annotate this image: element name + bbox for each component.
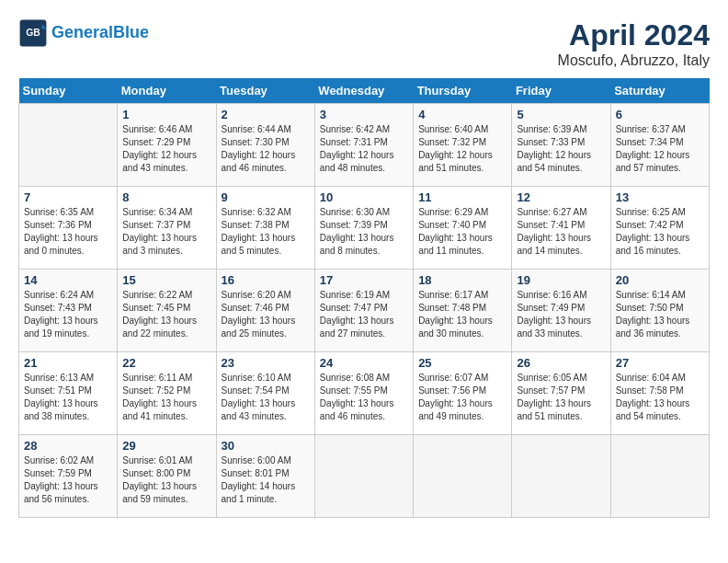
day-info: Sunrise: 6:08 AM Sunset: 7:55 PM Dayligh… [320, 372, 408, 423]
day-info: Sunrise: 6:40 AM Sunset: 7:32 PM Dayligh… [418, 123, 506, 175]
day-info: Sunrise: 6:04 AM Sunset: 7:58 PM Dayligh… [616, 372, 704, 423]
calendar-cell: 23Sunrise: 6:10 AM Sunset: 7:54 PM Dayli… [216, 352, 314, 435]
day-info: Sunrise: 6:22 AM Sunset: 7:45 PM Dayligh… [122, 289, 210, 340]
calendar-cell [512, 435, 610, 518]
day-number: 12 [517, 190, 605, 204]
calendar-cell: 30Sunrise: 6:00 AM Sunset: 8:01 PM Dayli… [216, 435, 314, 518]
calendar-week-4: 21Sunrise: 6:13 AM Sunset: 7:51 PM Dayli… [19, 352, 710, 435]
calendar-header-monday: Monday [118, 78, 216, 104]
calendar-cell: 19Sunrise: 6:16 AM Sunset: 7:49 PM Dayli… [512, 270, 610, 352]
day-info: Sunrise: 6:32 AM Sunset: 7:38 PM Dayligh… [222, 206, 310, 258]
calendar-header-friday: Friday [512, 78, 610, 104]
title-block: April 2024 Moscufo, Abruzzo, Italy [558, 18, 710, 69]
calendar-cell [414, 435, 512, 518]
day-info: Sunrise: 6:05 AM Sunset: 7:57 PM Dayligh… [517, 372, 605, 423]
day-info: Sunrise: 6:24 AM Sunset: 7:43 PM Dayligh… [24, 289, 112, 340]
day-info: Sunrise: 6:34 AM Sunset: 7:37 PM Dayligh… [122, 206, 210, 258]
calendar-table: SundayMondayTuesdayWednesdayThursdayFrid… [18, 78, 710, 518]
day-info: Sunrise: 6:39 AM Sunset: 7:33 PM Dayligh… [517, 123, 605, 175]
calendar-week-1: 1Sunrise: 6:46 AM Sunset: 7:29 PM Daylig… [19, 104, 710, 187]
day-info: Sunrise: 6:46 AM Sunset: 7:29 PM Dayligh… [122, 123, 210, 175]
day-info: Sunrise: 6:00 AM Sunset: 8:01 PM Dayligh… [222, 454, 310, 506]
day-info: Sunrise: 6:13 AM Sunset: 7:51 PM Dayligh… [24, 372, 112, 423]
day-info: Sunrise: 6:20 AM Sunset: 7:46 PM Dayligh… [222, 289, 310, 340]
day-number: 23 [222, 356, 310, 370]
logo-icon: GB [18, 18, 48, 48]
calendar-header-row: SundayMondayTuesdayWednesdayThursdayFrid… [19, 78, 710, 104]
day-number: 4 [418, 108, 506, 121]
day-info: Sunrise: 6:27 AM Sunset: 7:41 PM Dayligh… [517, 206, 605, 258]
calendar-header-saturday: Saturday [610, 78, 709, 104]
day-number: 25 [418, 356, 506, 370]
day-number: 27 [616, 356, 704, 370]
subtitle: Moscufo, Abruzzo, Italy [558, 52, 710, 69]
calendar-cell [19, 104, 118, 187]
day-number: 1 [122, 108, 210, 121]
day-number: 24 [320, 356, 408, 370]
day-info: Sunrise: 6:25 AM Sunset: 7:42 PM Dayligh… [616, 206, 704, 258]
calendar-cell: 12Sunrise: 6:27 AM Sunset: 7:41 PM Dayli… [512, 187, 610, 270]
calendar-cell: 9Sunrise: 6:32 AM Sunset: 7:38 PM Daylig… [216, 187, 314, 270]
calendar-week-5: 28Sunrise: 6:02 AM Sunset: 7:59 PM Dayli… [19, 435, 710, 518]
calendar-body: 1Sunrise: 6:46 AM Sunset: 7:29 PM Daylig… [19, 104, 710, 518]
calendar-header-thursday: Thursday [414, 78, 512, 104]
calendar-cell: 1Sunrise: 6:46 AM Sunset: 7:29 PM Daylig… [118, 104, 216, 187]
day-info: Sunrise: 6:30 AM Sunset: 7:39 PM Dayligh… [320, 206, 408, 258]
day-number: 30 [222, 439, 310, 453]
calendar-cell: 8Sunrise: 6:34 AM Sunset: 7:37 PM Daylig… [118, 187, 216, 270]
day-number: 20 [616, 273, 704, 287]
calendar-cell: 2Sunrise: 6:44 AM Sunset: 7:30 PM Daylig… [216, 104, 314, 187]
calendar-cell: 13Sunrise: 6:25 AM Sunset: 7:42 PM Dayli… [610, 187, 709, 270]
day-number: 14 [24, 273, 112, 287]
calendar-cell: 4Sunrise: 6:40 AM Sunset: 7:32 PM Daylig… [414, 104, 512, 187]
page-header: GB GeneralBlue April 2024 Moscufo, Abruz… [18, 18, 710, 69]
day-number: 7 [24, 190, 112, 204]
calendar-cell [610, 435, 709, 518]
calendar-header-tuesday: Tuesday [216, 78, 314, 104]
day-number: 16 [222, 273, 310, 287]
calendar-cell: 10Sunrise: 6:30 AM Sunset: 7:39 PM Dayli… [314, 187, 413, 270]
day-number: 28 [24, 439, 112, 453]
day-number: 29 [122, 439, 210, 453]
day-info: Sunrise: 6:11 AM Sunset: 7:52 PM Dayligh… [122, 372, 210, 423]
day-number: 5 [517, 108, 605, 121]
calendar-cell: 17Sunrise: 6:19 AM Sunset: 7:47 PM Dayli… [314, 270, 413, 352]
calendar-cell: 28Sunrise: 6:02 AM Sunset: 7:59 PM Dayli… [19, 435, 118, 518]
calendar-cell: 5Sunrise: 6:39 AM Sunset: 7:33 PM Daylig… [512, 104, 610, 187]
calendar-week-2: 7Sunrise: 6:35 AM Sunset: 7:36 PM Daylig… [19, 187, 710, 270]
calendar-cell: 29Sunrise: 6:01 AM Sunset: 8:00 PM Dayli… [118, 435, 216, 518]
day-number: 11 [418, 190, 506, 204]
day-info: Sunrise: 6:29 AM Sunset: 7:40 PM Dayligh… [418, 206, 506, 258]
day-info: Sunrise: 6:35 AM Sunset: 7:36 PM Dayligh… [24, 206, 112, 258]
calendar-cell: 6Sunrise: 6:37 AM Sunset: 7:34 PM Daylig… [610, 104, 709, 187]
calendar-week-3: 14Sunrise: 6:24 AM Sunset: 7:43 PM Dayli… [19, 270, 710, 352]
calendar-cell: 27Sunrise: 6:04 AM Sunset: 7:58 PM Dayli… [610, 352, 709, 435]
calendar-cell: 11Sunrise: 6:29 AM Sunset: 7:40 PM Dayli… [414, 187, 512, 270]
calendar-cell: 25Sunrise: 6:07 AM Sunset: 7:56 PM Dayli… [414, 352, 512, 435]
calendar-header-sunday: Sunday [19, 78, 118, 104]
calendar-cell: 18Sunrise: 6:17 AM Sunset: 7:48 PM Dayli… [414, 270, 512, 352]
day-info: Sunrise: 6:01 AM Sunset: 8:00 PM Dayligh… [122, 454, 210, 506]
day-number: 17 [320, 273, 408, 287]
calendar-cell: 15Sunrise: 6:22 AM Sunset: 7:45 PM Dayli… [118, 270, 216, 352]
day-number: 8 [122, 190, 210, 204]
day-number: 18 [418, 273, 506, 287]
calendar-cell: 24Sunrise: 6:08 AM Sunset: 7:55 PM Dayli… [314, 352, 413, 435]
svg-text:GB: GB [26, 28, 40, 38]
day-info: Sunrise: 6:02 AM Sunset: 7:59 PM Dayligh… [24, 454, 112, 506]
calendar-cell: 20Sunrise: 6:14 AM Sunset: 7:50 PM Dayli… [610, 270, 709, 352]
day-info: Sunrise: 6:37 AM Sunset: 7:34 PM Dayligh… [616, 123, 704, 175]
calendar-cell: 14Sunrise: 6:24 AM Sunset: 7:43 PM Dayli… [19, 270, 118, 352]
day-number: 26 [517, 356, 605, 370]
day-number: 15 [122, 273, 210, 287]
day-number: 6 [616, 108, 704, 121]
day-number: 9 [222, 190, 310, 204]
calendar-cell: 3Sunrise: 6:42 AM Sunset: 7:31 PM Daylig… [314, 104, 413, 187]
day-number: 3 [320, 108, 408, 121]
calendar-header-wednesday: Wednesday [314, 78, 413, 104]
day-number: 10 [320, 190, 408, 204]
day-info: Sunrise: 6:42 AM Sunset: 7:31 PM Dayligh… [320, 123, 408, 175]
calendar-cell: 7Sunrise: 6:35 AM Sunset: 7:36 PM Daylig… [19, 187, 118, 270]
day-number: 13 [616, 190, 704, 204]
day-info: Sunrise: 6:14 AM Sunset: 7:50 PM Dayligh… [616, 289, 704, 340]
